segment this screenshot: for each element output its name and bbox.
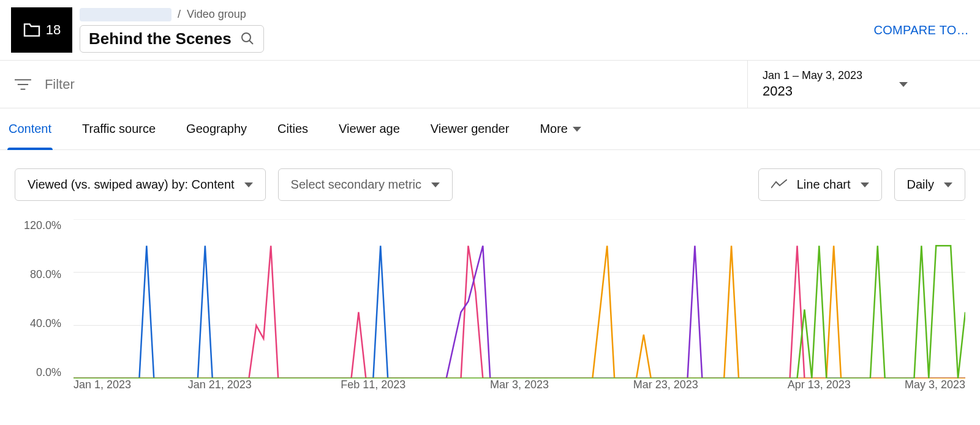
- group-title-picker[interactable]: Behind the Scenes: [80, 25, 264, 53]
- breadcrumb-sep: /: [178, 8, 181, 21]
- chart-type-dropdown[interactable]: Line chart: [758, 168, 882, 201]
- tab-cities[interactable]: Cities: [276, 108, 309, 149]
- group-count: 18: [46, 22, 61, 38]
- tab-geography[interactable]: Geography: [185, 108, 248, 149]
- primary-metric-label: Viewed (vs. swiped away) by: Content: [28, 178, 235, 192]
- filter-icon: [15, 78, 31, 91]
- tab-viewer-age[interactable]: Viewer age: [337, 108, 401, 149]
- chevron-down-icon: [861, 182, 869, 187]
- date-range-label: Jan 1 – May 3, 2023: [763, 69, 862, 82]
- line-chart: 0.0%40.0%80.0%120.0%: [15, 219, 965, 378]
- date-preset-label: 2023: [763, 83, 862, 99]
- chevron-down-icon: [431, 182, 440, 187]
- svg-line-1: [249, 40, 253, 44]
- x-axis-labels: Jan 1, 2023Jan 21, 2023Feb 11, 2023Mar 3…: [74, 378, 965, 397]
- y-axis-labels: 0.0%40.0%80.0%120.0%: [15, 219, 74, 378]
- granularity-label: Daily: [907, 178, 934, 192]
- group-thumbnail[interactable]: 18: [11, 7, 72, 53]
- search-icon: [240, 31, 255, 46]
- chevron-down-icon: [573, 127, 581, 132]
- chevron-down-icon: [899, 82, 908, 87]
- chevron-down-icon: [944, 182, 952, 187]
- secondary-metric-label: Select secondary metric: [291, 178, 421, 192]
- chevron-down-icon: [244, 182, 253, 187]
- granularity-dropdown[interactable]: Daily: [894, 168, 965, 201]
- filter-input[interactable]: [43, 76, 733, 93]
- chart-svg: [74, 219, 965, 378]
- tab-more[interactable]: More: [538, 108, 582, 149]
- chart-type-label: Line chart: [797, 178, 851, 192]
- compare-to-button[interactable]: COMPARE TO…: [873, 23, 969, 37]
- group-title: Behind the Scenes: [89, 29, 232, 48]
- line-chart-icon: [771, 179, 787, 190]
- secondary-metric-dropdown[interactable]: Select secondary metric: [278, 168, 453, 201]
- tab-viewer-gender[interactable]: Viewer gender: [429, 108, 511, 149]
- date-range-picker[interactable]: Jan 1 – May 3, 2023 2023: [747, 61, 980, 108]
- tabs: Content Traffic source Geography Cities …: [0, 108, 980, 150]
- breadcrumb-parent[interactable]: [80, 8, 172, 21]
- tab-traffic-source[interactable]: Traffic source: [81, 108, 157, 149]
- breadcrumb-current: Video group: [187, 8, 246, 21]
- svg-point-0: [242, 33, 251, 42]
- tab-content[interactable]: Content: [7, 108, 53, 149]
- primary-metric-dropdown[interactable]: Viewed (vs. swiped away) by: Content: [15, 168, 266, 201]
- folder-icon: [23, 23, 41, 37]
